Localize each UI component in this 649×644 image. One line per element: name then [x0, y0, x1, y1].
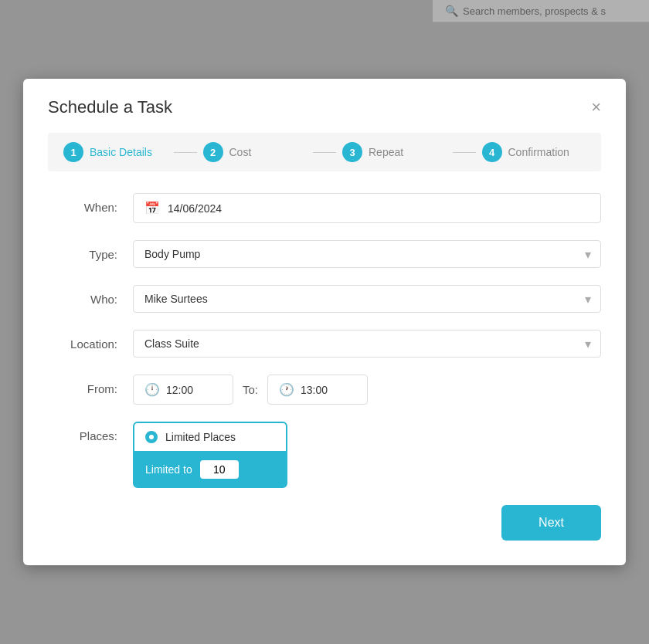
modal-footer: Next [48, 505, 601, 541]
limited-to-input[interactable] [200, 460, 239, 479]
from-time-box: 🕛 [133, 375, 233, 405]
modal-title: Schedule a Task [48, 97, 172, 117]
places-row: Places: Limited Places Limited to [48, 422, 601, 488]
next-button[interactable]: Next [501, 505, 601, 541]
location-select-wrapper: Class Suite Studio A Studio B ▾ [133, 330, 601, 358]
step-1-label: Basic Details [90, 146, 152, 158]
type-label: Type: [48, 240, 133, 261]
modal-overlay: Schedule a Task × 1 Basic Details 2 Cost… [0, 0, 649, 644]
when-input-wrapper[interactable]: 📅 [133, 193, 601, 223]
type-select-wrapper: Body Pump Yoga Pilates Spin ▾ [133, 240, 601, 268]
step-3-number: 3 [342, 142, 362, 162]
location-row: Location: Class Suite Studio A Studio B … [48, 330, 601, 358]
to-label: To: [243, 383, 258, 396]
step-divider-3 [453, 152, 476, 153]
type-select[interactable]: Body Pump Yoga Pilates Spin [144, 248, 590, 260]
limited-to-text: Limited to [145, 463, 192, 476]
step-3[interactable]: 3 Repeat [342, 142, 447, 162]
from-label: From: [48, 375, 133, 395]
clock-to-icon: 🕐 [279, 382, 294, 397]
places-label: Places: [48, 422, 133, 442]
who-select-wrapper: Mike Surtees Jane Smith ▾ [133, 285, 601, 313]
step-4[interactable]: 4 Confirmation [482, 142, 586, 162]
step-divider-1 [174, 152, 197, 153]
when-label: When: [48, 193, 133, 214]
places-option-body: Limited to [134, 452, 286, 486]
time-row: From: 🕛 To: 🕐 [48, 375, 601, 405]
to-time-box: 🕐 [267, 375, 368, 405]
step-2-label: Cost [229, 146, 252, 158]
who-row: Who: Mike Surtees Jane Smith ▾ [48, 285, 601, 313]
location-label: Location: [48, 330, 133, 351]
type-row: Type: Body Pump Yoga Pilates Spin ▾ [48, 240, 601, 268]
from-time-input[interactable] [166, 384, 205, 396]
step-1-number: 1 [63, 142, 83, 162]
close-button[interactable]: × [591, 99, 601, 116]
places-section: Limited Places Limited to [133, 422, 601, 488]
step-4-label: Confirmation [508, 146, 569, 158]
who-select[interactable]: Mike Surtees Jane Smith [144, 293, 590, 305]
steps-bar: 1 Basic Details 2 Cost 3 Repeat 4 Confir… [48, 133, 601, 171]
places-option-header: Limited Places [134, 423, 286, 452]
limited-places-option[interactable]: Limited Places Limited to [133, 422, 287, 488]
who-label: Who: [48, 285, 133, 306]
step-4-number: 4 [482, 142, 502, 162]
step-2-number: 2 [203, 142, 223, 162]
when-input[interactable] [168, 202, 590, 215]
clock-from-icon: 🕛 [144, 382, 160, 397]
step-divider-2 [313, 152, 336, 153]
to-time-input[interactable] [301, 384, 339, 396]
modal-header: Schedule a Task × [48, 97, 601, 117]
modal: Schedule a Task × 1 Basic Details 2 Cost… [23, 79, 626, 565]
location-select[interactable]: Class Suite Studio A Studio B [144, 337, 590, 350]
radio-limited-places[interactable] [145, 431, 158, 443]
when-row: When: 📅 [48, 193, 601, 223]
step-3-label: Repeat [369, 146, 403, 158]
step-1[interactable]: 1 Basic Details [63, 142, 168, 162]
time-group: 🕛 To: 🕐 [133, 375, 601, 405]
calendar-icon: 📅 [144, 201, 160, 215]
limited-places-label: Limited Places [165, 431, 236, 443]
step-2[interactable]: 2 Cost [203, 142, 308, 162]
